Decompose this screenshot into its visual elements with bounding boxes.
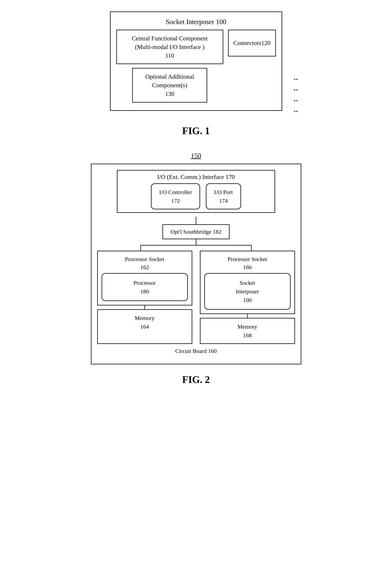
fig2-io-row: I/O Controller 172 I/O Port 174 <box>121 183 271 209</box>
arrow-4: ↔ <box>293 108 299 114</box>
fig2-southbridge-label: Opt'l Southbridge 182 <box>171 228 221 235</box>
arrow-3: ↔ <box>293 97 299 104</box>
fig2-socket-interposer-line3: 100 <box>209 296 286 304</box>
fig2-proc-socket1-line2: 162 <box>102 263 188 271</box>
arrow-2: ↔ <box>293 86 299 93</box>
fig2-socket-interposer-line2: Interposer <box>209 287 286 296</box>
fig1-oac-box: Optional Additional Component(s) 130 <box>132 68 207 102</box>
fig1-connectors-box: Connectors 120 <box>228 30 276 56</box>
fig2-io-port-line2: 174 <box>219 197 228 204</box>
fig2-memory1-box: Memory 164 <box>97 309 192 344</box>
fig2-memory2-line2: 168 <box>204 331 291 339</box>
fig1-connectors-line1: Connectors <box>233 38 261 48</box>
fig2-memory2-line1: Memory <box>204 322 291 331</box>
vline-sb-branch <box>196 239 196 245</box>
vline-left-proc <box>140 245 141 251</box>
fig2-memory2-box: Memory 168 <box>200 318 295 344</box>
fig1-outer-box: Socket Interposer 100 Central Functional… <box>110 12 282 111</box>
fig1-label: FIG. 1 <box>182 125 210 136</box>
fig2-io-port-box: I/O Port 174 <box>206 183 241 209</box>
fig1-oac-line1: Optional Additional Component(s) <box>145 73 194 89</box>
proc-columns: Processor Socket 162 Processor 180 Memor… <box>97 251 295 344</box>
fig2-proc-socket2-line1: Processor Socket <box>204 255 291 263</box>
fig2-socket-interposer-box: Socket Interposer 100 <box>204 273 291 310</box>
fig2-proc-socket1-box: Processor Socket 162 Processor 180 <box>97 251 192 305</box>
fig2-inner-layout: I/O (Ext. Comm.) Interface 170 I/O Contr… <box>97 170 295 354</box>
fig2-proc-socket1-line1: Processor Socket <box>102 255 188 263</box>
fig2-label: FIG. 2 <box>182 374 210 385</box>
proc-column-right: Processor Socket 166 Socket Interposer 1… <box>200 251 295 344</box>
vline-proc2-mem <box>247 314 248 318</box>
fig2-io-controller-box: I/O Controller 172 <box>151 183 200 209</box>
fig1-cfc-line1: Central Functional Component <box>132 35 208 42</box>
fig2-memory1-line2: 164 <box>102 322 188 331</box>
fig2-processor-line2: 180 <box>106 287 183 296</box>
fig2-io-controller-line2: 172 <box>171 197 180 204</box>
fig2-section: 150 I/O (Ext. Comm.) Interface 170 I/O C… <box>8 152 384 385</box>
fig2-proc-socket2-line2: 166 <box>204 263 291 271</box>
fig2-circuit-board-label: Circuit Board 160 <box>175 348 217 354</box>
fig1-cfc-line2: (Multi-modal I/O Interface ) <box>135 43 204 50</box>
branch-connector <box>97 239 295 251</box>
arrow-1: ↔ <box>293 75 299 82</box>
proc-column-left: Processor Socket 162 Processor 180 Memor… <box>97 251 192 344</box>
vline-right-proc <box>251 245 252 251</box>
fig2-top-label: 150 <box>191 152 201 160</box>
fig2-proc-socket2-box: Processor Socket 166 Socket Interposer 1… <box>200 251 295 314</box>
fig1-section: Socket Interposer 100 Central Functional… <box>8 12 384 136</box>
fig1-socket-interposer-label: Socket Interposer 100 <box>116 18 276 26</box>
fig1-oac-line2: 130 <box>165 90 174 97</box>
fig2-outer-box: I/O (Ext. Comm.) Interface 170 I/O Contr… <box>91 164 301 364</box>
fig2-memory1-line1: Memory <box>102 314 188 322</box>
fig2-southbridge-box: Opt'l Southbridge 182 <box>162 224 230 239</box>
fig2-io-interface-box: I/O (Ext. Comm.) Interface 170 I/O Contr… <box>117 170 275 213</box>
vline-proc1-mem <box>144 305 145 309</box>
fig1-cfc-line3: 110 <box>165 52 174 59</box>
fig2-socket-interposer-line1: Socket <box>209 279 286 287</box>
hline-branch <box>141 245 251 246</box>
fig2-processor-line1: Processor <box>106 279 183 287</box>
fig2-io-port-line1: I/O Port <box>214 189 233 195</box>
fig2-processor-box: Processor 180 <box>102 273 188 301</box>
fig1-cfc-box: Central Functional Component (Multi-moda… <box>116 30 223 64</box>
fig1-connectors-line2: 120 <box>261 38 270 48</box>
fig2-io-controller-line1: I/O Controller <box>159 189 192 195</box>
fig2-io-interface-label: I/O (Ext. Comm.) Interface 170 <box>121 173 271 181</box>
vline-io-southbridge <box>196 217 196 224</box>
